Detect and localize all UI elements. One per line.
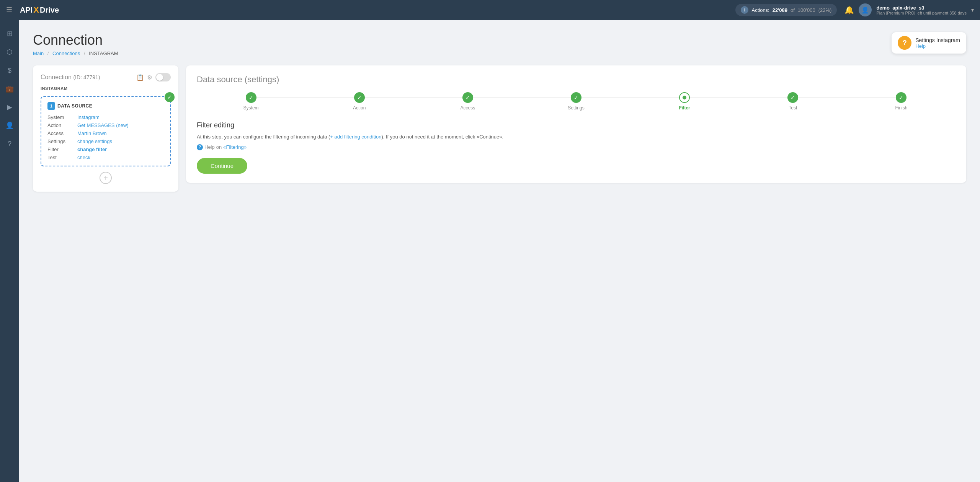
step-label-access: Access bbox=[461, 105, 475, 111]
logo: API X Drive bbox=[20, 5, 59, 15]
ds-check-icon: ✓ bbox=[165, 92, 175, 102]
ds-value-test[interactable]: check bbox=[77, 155, 90, 160]
card-source-label: INSTAGRAM bbox=[41, 86, 171, 91]
actions-badge: i Actions: 22'089 of 100'000 (22%) bbox=[735, 4, 837, 16]
card-title: Connection (ID: 47791) bbox=[41, 74, 100, 81]
step-label-filter: Filter bbox=[679, 105, 690, 111]
help-bubble-link[interactable]: Help bbox=[915, 43, 960, 49]
card-icons: 📋 ⚙ bbox=[136, 73, 171, 81]
step-filter: Filter bbox=[630, 92, 739, 111]
page-header: Connection Main / Connections / INSTAGRA… bbox=[33, 32, 966, 56]
step-circle-access: ✓ bbox=[462, 92, 473, 103]
help-bubble-content: Settings Instagram Help bbox=[915, 37, 960, 49]
sidebar-item-media[interactable]: ▶ bbox=[2, 99, 17, 115]
user-plan: Plan |Premium PRO| left until payment 35… bbox=[876, 11, 967, 15]
user-name: demo_apix-drive_s3 bbox=[876, 5, 967, 11]
ds-label: 1 DATA SOURCE bbox=[47, 102, 164, 110]
filter-desc-pre: At this step, you can configure the filt… bbox=[197, 134, 330, 140]
cards-row: Connection (ID: 47791) 📋 ⚙ INSTAGRAM ✓ 1… bbox=[33, 65, 966, 192]
step-system: ✓ System bbox=[197, 92, 305, 111]
ds-row-test: Test check bbox=[47, 155, 164, 160]
breadcrumb-connections[interactable]: Connections bbox=[52, 50, 80, 56]
step-test: ✓ Test bbox=[739, 92, 847, 111]
menu-icon[interactable]: ☰ bbox=[6, 6, 12, 14]
filter-desc-post: ). If you do not need it at the moment, … bbox=[381, 134, 503, 140]
topnav: ☰ API X Drive i Actions: 22'089 of 100'0… bbox=[0, 0, 980, 20]
step-settings: ✓ Settings bbox=[522, 92, 630, 111]
filter-help: ? Help on «Filtering» bbox=[197, 144, 956, 150]
ds-number: 1 bbox=[47, 102, 55, 110]
breadcrumb-main[interactable]: Main bbox=[33, 50, 44, 56]
card-title-id: (ID: 47791) bbox=[73, 74, 100, 80]
sidebar-item-help[interactable]: ? bbox=[2, 136, 17, 151]
left-card: Connection (ID: 47791) 📋 ⚙ INSTAGRAM ✓ 1… bbox=[33, 65, 178, 192]
ds-row-system: System Instagram bbox=[47, 114, 164, 120]
sidebar: ⊞ ⬡ $ 💼 ▶ 👤 ? bbox=[0, 20, 19, 482]
help-bubble-icon: ? bbox=[898, 36, 911, 50]
logo-x-text: X bbox=[33, 5, 39, 15]
ds-label-access: Access bbox=[47, 130, 74, 136]
ds-value-system[interactable]: Instagram bbox=[77, 114, 100, 120]
ds-value-filter[interactable]: change filter bbox=[77, 147, 107, 152]
ds-label-action: Action bbox=[47, 122, 74, 128]
bell-icon[interactable]: 🔔 bbox=[844, 5, 854, 15]
ds-value-settings[interactable]: change settings bbox=[77, 138, 112, 144]
info-icon: i bbox=[741, 6, 748, 14]
sidebar-item-dashboard[interactable]: ⊞ bbox=[2, 26, 17, 41]
filter-description: At this step, you can configure the filt… bbox=[197, 133, 956, 141]
sidebar-item-billing[interactable]: $ bbox=[2, 63, 17, 78]
toggle-switch[interactable] bbox=[155, 73, 171, 81]
breadcrumb-sep-2: / bbox=[84, 50, 85, 56]
step-finish: ✓ Finish bbox=[847, 92, 956, 111]
filter-heading: Filter editing bbox=[197, 121, 956, 129]
actions-label: Actions: bbox=[751, 7, 769, 13]
continue-button[interactable]: Continue bbox=[197, 158, 247, 174]
logo-api-text: API bbox=[20, 6, 33, 15]
step-label-test: Test bbox=[789, 105, 797, 111]
step-action: ✓ Action bbox=[305, 92, 413, 111]
chevron-down-icon[interactable]: ▾ bbox=[971, 7, 974, 13]
ds-label-test: Test bbox=[47, 155, 74, 160]
step-circle-test: ✓ bbox=[787, 92, 798, 103]
ds-label-settings: Settings bbox=[47, 138, 74, 144]
filtering-link[interactable]: «Filtering» bbox=[223, 144, 247, 150]
right-card: Data source (settings) ✓ System ✓ Action bbox=[186, 65, 966, 183]
user-info: demo_apix-drive_s3 Plan |Premium PRO| le… bbox=[876, 5, 967, 15]
step-circle-settings: ✓ bbox=[571, 92, 581, 103]
card-title-row: Connection (ID: 47791) 📋 ⚙ bbox=[41, 73, 171, 81]
data-source-box: ✓ 1 DATA SOURCE System Instagram Action … bbox=[41, 96, 171, 166]
sidebar-item-briefcase[interactable]: 💼 bbox=[2, 81, 17, 96]
step-circle-system: ✓ bbox=[246, 92, 256, 103]
actions-total: 100'000 bbox=[798, 7, 815, 13]
add-block-button[interactable]: + bbox=[100, 172, 112, 184]
ds-row-settings: Settings change settings bbox=[47, 138, 164, 144]
stepper: ✓ System ✓ Action ✓ Access ✓ bbox=[197, 92, 956, 111]
filter-section: Filter editing At this step, you can con… bbox=[197, 121, 956, 174]
title-area: Connection Main / Connections / INSTAGRA… bbox=[33, 32, 118, 56]
help-circle-icon: ? bbox=[197, 144, 203, 150]
help-bubble-title: Settings Instagram bbox=[915, 37, 960, 43]
breadcrumb-sep-1: / bbox=[47, 50, 49, 56]
breadcrumb-current: INSTAGRAM bbox=[89, 50, 118, 56]
ds-rows: System Instagram Action Get MESSAGES (ne… bbox=[47, 114, 164, 160]
sidebar-item-connections[interactable]: ⬡ bbox=[2, 44, 17, 60]
gear-icon[interactable]: ⚙ bbox=[147, 74, 152, 81]
copy-icon[interactable]: 📋 bbox=[136, 74, 144, 81]
step-label-action: Action bbox=[353, 105, 366, 111]
ds-value-action[interactable]: Get MESSAGES (new) bbox=[77, 122, 129, 128]
help-bubble: ? Settings Instagram Help bbox=[892, 32, 966, 54]
page-title: Connection bbox=[33, 32, 118, 48]
step-circle-action: ✓ bbox=[354, 92, 365, 103]
sidebar-item-profile[interactable]: 👤 bbox=[2, 118, 17, 133]
ds-row-access: Access Martin Brown bbox=[47, 130, 164, 136]
ds-value-access[interactable]: Martin Brown bbox=[77, 130, 107, 136]
ds-title-text: DATA SOURCE bbox=[57, 103, 92, 109]
add-filtering-link[interactable]: + add filtering condition bbox=[330, 134, 381, 140]
filter-help-on: on bbox=[216, 144, 222, 150]
ds-settings-title-paren: (settings) bbox=[245, 75, 279, 84]
ds-label-filter: Filter bbox=[47, 147, 74, 152]
step-circle-finish: ✓ bbox=[896, 92, 906, 103]
step-label-finish: Finish bbox=[895, 105, 907, 111]
filter-help-pre: Help bbox=[204, 144, 215, 150]
main-content: Connection Main / Connections / INSTAGRA… bbox=[19, 20, 980, 482]
